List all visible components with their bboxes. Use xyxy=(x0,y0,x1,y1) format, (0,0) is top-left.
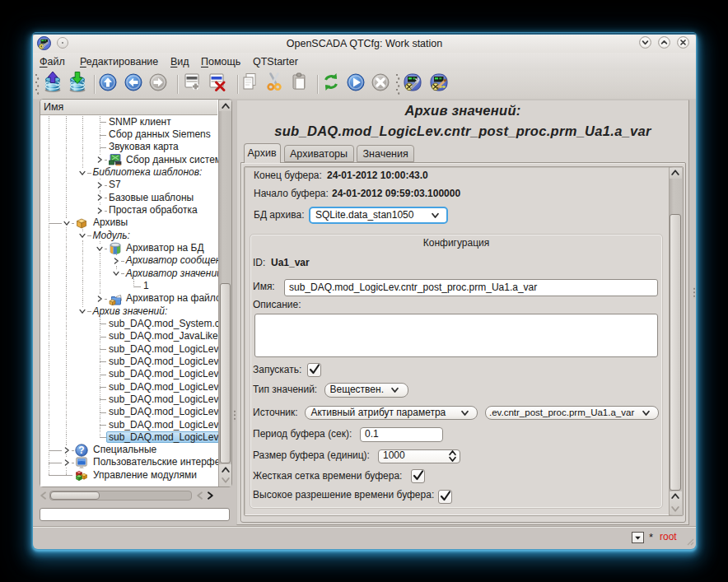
svg-text:?: ? xyxy=(78,445,84,456)
